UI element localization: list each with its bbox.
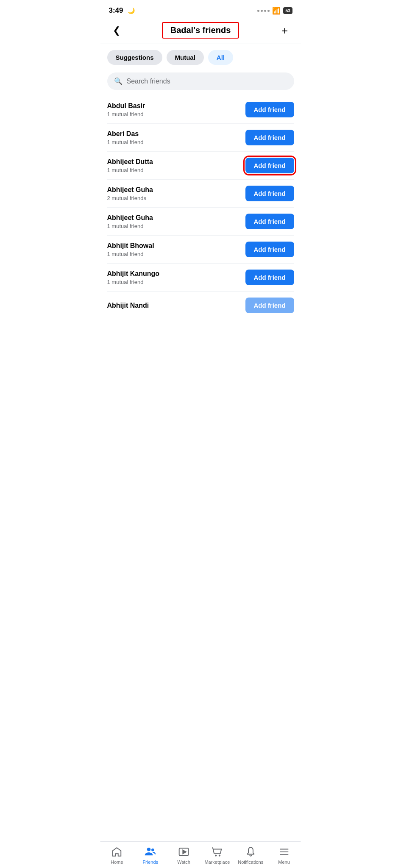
list-item: Abhijeet Guha 1 mutual friend Add friend bbox=[107, 208, 294, 236]
friend-name: Abhijit Kanungo bbox=[107, 270, 160, 278]
friend-info: Aberi Das 1 mutual friend bbox=[107, 130, 144, 145]
friend-mutual: 1 mutual friend bbox=[107, 251, 154, 257]
list-item-partial: Abhijit Nandi Add friend bbox=[107, 292, 294, 316]
search-container: 🔍 Search friends bbox=[100, 69, 301, 96]
friend-info: Abdul Basir 1 mutual friend bbox=[107, 102, 145, 117]
status-bar: 3:49 🌙 📶 53 bbox=[100, 0, 301, 19]
tab-suggestions[interactable]: Suggestions bbox=[107, 50, 162, 65]
add-friend-button[interactable]: Add friend bbox=[245, 270, 294, 285]
friend-name: Abhijit Bhowal bbox=[107, 242, 154, 250]
add-friend-button[interactable]: Add friend bbox=[245, 186, 294, 201]
moon-icon: 🌙 bbox=[128, 7, 135, 14]
page-title: Badal's friends bbox=[170, 25, 231, 35]
add-friend-button[interactable]: Add friend bbox=[245, 130, 294, 145]
friend-mutual: 1 mutual friend bbox=[107, 167, 153, 173]
friend-list: Abdul Basir 1 mutual friend Add friend A… bbox=[100, 96, 301, 316]
friend-name: Abdul Basir bbox=[107, 102, 145, 110]
friend-info: Abhijit Kanungo 1 mutual friend bbox=[107, 270, 160, 285]
add-friend-button[interactable]: Add friend bbox=[245, 102, 294, 117]
friend-name: Aberi Das bbox=[107, 130, 144, 138]
list-item: Abhijit Kanungo 1 mutual friend Add frie… bbox=[107, 264, 294, 292]
add-friend-button[interactable]: Add friend bbox=[245, 242, 294, 257]
friend-name: Abhijit Nandi bbox=[107, 302, 149, 309]
add-button[interactable]: + bbox=[277, 23, 292, 38]
back-button[interactable]: ❮ bbox=[109, 23, 124, 38]
friend-info: Abhijeet Guha 2 mutual friends bbox=[107, 186, 153, 201]
wifi-icon: 📶 bbox=[272, 7, 281, 15]
add-friend-button-highlighted[interactable]: Add friend bbox=[245, 158, 294, 173]
friend-mutual: 1 mutual friend bbox=[107, 139, 144, 145]
friend-info: Abhijeet Guha 1 mutual friend bbox=[107, 214, 153, 229]
status-icons: 📶 53 bbox=[257, 7, 292, 15]
list-item: Abdul Basir 1 mutual friend Add friend bbox=[107, 96, 294, 124]
list-item: Abhijit Bhowal 1 mutual friend Add frien… bbox=[107, 236, 294, 264]
search-bar[interactable]: 🔍 Search friends bbox=[107, 72, 294, 90]
signal-dots bbox=[257, 10, 270, 12]
friend-name: Abhijeet Guha bbox=[107, 214, 153, 222]
list-item: Abhijeet Guha 2 mutual friends Add frien… bbox=[107, 180, 294, 208]
search-icon: 🔍 bbox=[114, 77, 123, 85]
friend-name: Abhijeet Dutta bbox=[107, 158, 153, 166]
friend-info: Abhijeet Dutta 1 mutual friend bbox=[107, 158, 153, 173]
status-time: 3:49 bbox=[109, 6, 123, 14]
friend-mutual: 2 mutual friends bbox=[107, 195, 153, 201]
search-input[interactable]: Search friends bbox=[127, 78, 170, 85]
status-time-area: 3:49 🌙 bbox=[109, 6, 135, 15]
filter-tabs: Suggestions Mutual All bbox=[100, 44, 301, 69]
back-arrow-icon: ❮ bbox=[113, 25, 120, 36]
friend-info: Abhijit Bhowal 1 mutual friend bbox=[107, 242, 154, 257]
friend-mutual: 1 mutual friend bbox=[107, 279, 160, 285]
list-item: Abhijeet Dutta 1 mutual friend Add frien… bbox=[107, 152, 294, 180]
tab-mutual[interactable]: Mutual bbox=[167, 50, 204, 65]
list-item: Aberi Das 1 mutual friend Add friend bbox=[107, 124, 294, 152]
page-header: ❮ Badal's friends + bbox=[100, 19, 301, 44]
friend-name: Abhijeet Guha bbox=[107, 186, 153, 194]
friend-mutual: 1 mutual friend bbox=[107, 111, 145, 117]
tab-all[interactable]: All bbox=[208, 50, 233, 65]
friend-mutual: 1 mutual friend bbox=[107, 223, 153, 229]
add-friend-button[interactable]: Add friend bbox=[245, 298, 294, 313]
friend-info: Abhijit Nandi bbox=[107, 302, 149, 309]
battery-indicator: 53 bbox=[283, 7, 292, 14]
add-icon: + bbox=[281, 25, 288, 36]
add-friend-button[interactable]: Add friend bbox=[245, 214, 294, 229]
page-title-wrapper: Badal's friends bbox=[162, 22, 239, 39]
